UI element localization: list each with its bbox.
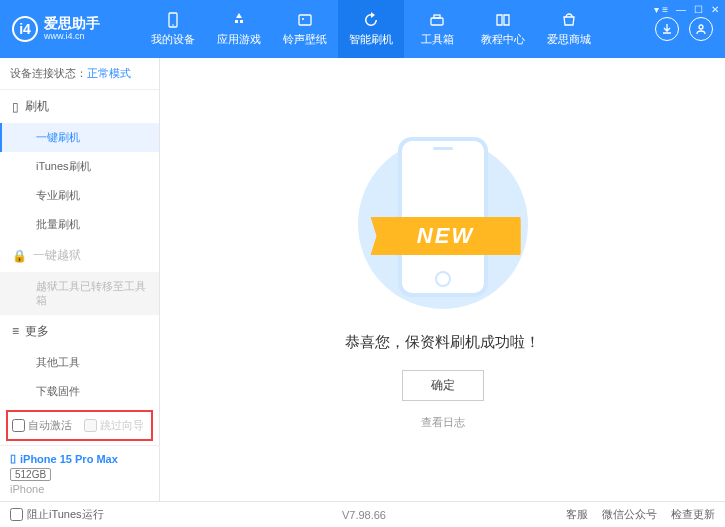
phone-icon: ▯	[12, 100, 19, 114]
menu-download-firmware[interactable]: 下载固件	[0, 377, 159, 406]
skip-guide-checkbox[interactable]: 跳过向导	[84, 418, 144, 433]
section-flash[interactable]: ▯ 刷机	[0, 90, 159, 123]
menu-pro-flash[interactable]: 专业刷机	[0, 181, 159, 210]
success-message: 恭喜您，保资料刷机成功啦！	[345, 333, 540, 352]
refresh-icon	[361, 11, 381, 29]
menu-one-click-flash[interactable]: 一键刷机	[0, 123, 159, 152]
close-icon[interactable]: ✕	[711, 4, 719, 15]
book-icon	[493, 11, 513, 29]
toolbox-icon	[427, 11, 447, 29]
connection-status: 设备连接状态：正常模式	[0, 58, 159, 90]
device-type: iPhone	[10, 483, 149, 495]
svg-point-1	[172, 24, 174, 26]
device-info[interactable]: ▯ iPhone 15 Pro Max 512GB iPhone	[0, 445, 159, 501]
auto-activate-checkbox[interactable]: 自动激活	[12, 418, 72, 433]
sidebar: 设备连接状态：正常模式 ▯ 刷机 一键刷机 iTunes刷机 专业刷机 批量刷机…	[0, 58, 160, 501]
lock-icon: 🔒	[12, 249, 27, 263]
device-small-icon: ▯	[10, 452, 16, 465]
minimize-icon[interactable]: —	[676, 4, 686, 15]
app-title: 爱思助手	[44, 16, 100, 31]
view-log-link[interactable]: 查看日志	[345, 415, 540, 430]
svg-rect-4	[431, 18, 443, 25]
window-controls: ▾ ≡ — ☐ ✕	[654, 4, 719, 15]
logo-icon: i4	[12, 16, 38, 42]
apps-icon	[229, 11, 249, 29]
list-icon: ≡	[12, 324, 19, 338]
top-nav: 我的设备 应用游戏 铃声壁纸 智能刷机 工具箱 教程中心 爱思商城	[140, 0, 655, 58]
nav-ringtones[interactable]: 铃声壁纸	[272, 0, 338, 58]
maximize-icon[interactable]: ☐	[694, 4, 703, 15]
svg-rect-5	[434, 15, 440, 18]
jailbreak-moved-note: 越狱工具已转移至工具箱	[0, 272, 159, 315]
nav-apps[interactable]: 应用游戏	[206, 0, 272, 58]
footer-check-update[interactable]: 检查更新	[671, 507, 715, 522]
header: ▾ ≡ — ☐ ✕ i4 爱思助手 www.i4.cn 我的设备 应用游戏 铃声…	[0, 0, 725, 58]
version-label: V7.98.66	[342, 509, 386, 521]
device-icon	[163, 11, 183, 29]
svg-rect-2	[299, 15, 311, 25]
footer: 阻止iTunes运行 V7.98.66 客服 微信公众号 检查更新	[0, 501, 725, 527]
footer-wechat[interactable]: 微信公众号	[602, 507, 657, 522]
image-icon	[295, 11, 315, 29]
ok-button[interactable]: 确定	[402, 370, 484, 401]
nav-toolbox[interactable]: 工具箱	[404, 0, 470, 58]
section-more[interactable]: ≡ 更多	[0, 315, 159, 348]
success-illustration: NEW	[353, 129, 533, 319]
main-content: NEW 恭喜您，保资料刷机成功啦！ 确定 查看日志	[160, 58, 725, 501]
download-button[interactable]	[655, 17, 679, 41]
section-jailbreak: 🔒 一键越狱	[0, 239, 159, 272]
menu-icon[interactable]: ▾ ≡	[654, 4, 668, 15]
block-itunes-checkbox[interactable]: 阻止iTunes运行	[10, 507, 104, 522]
svg-point-6	[699, 25, 703, 29]
svg-point-3	[302, 18, 304, 20]
nav-flash[interactable]: 智能刷机	[338, 0, 404, 58]
nav-store[interactable]: 爱思商城	[536, 0, 602, 58]
device-storage: 512GB	[10, 468, 51, 481]
device-name: iPhone 15 Pro Max	[20, 453, 118, 465]
menu-itunes-flash[interactable]: iTunes刷机	[0, 152, 159, 181]
menu-other-tools[interactable]: 其他工具	[0, 348, 159, 377]
app-url: www.i4.cn	[44, 32, 100, 42]
nav-my-device[interactable]: 我的设备	[140, 0, 206, 58]
user-button[interactable]	[689, 17, 713, 41]
footer-support[interactable]: 客服	[566, 507, 588, 522]
store-icon	[559, 11, 579, 29]
menu-batch-flash[interactable]: 批量刷机	[0, 210, 159, 239]
new-ribbon: NEW	[371, 217, 521, 255]
options-highlight-box: 自动激活 跳过向导	[6, 410, 153, 441]
nav-tutorials[interactable]: 教程中心	[470, 0, 536, 58]
logo[interactable]: i4 爱思助手 www.i4.cn	[12, 16, 140, 42]
